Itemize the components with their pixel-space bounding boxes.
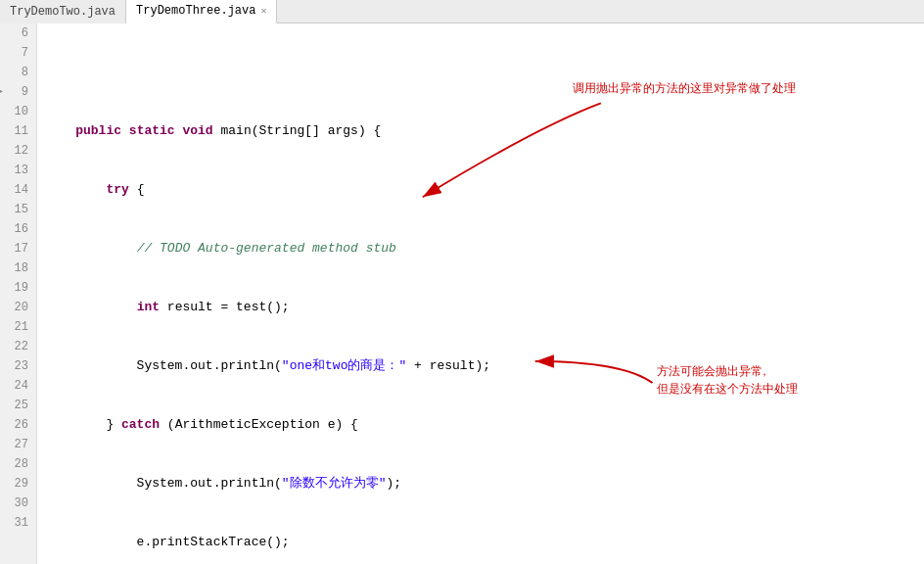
code-line-9: // TODO Auto-generated method stub (45, 239, 924, 258)
line-num-23: 23 (8, 356, 28, 376)
line-num-14: 14 (8, 180, 28, 200)
code-line-12: } catch (ArithmeticException e) { (45, 415, 924, 435)
line-num-22: 22 (8, 337, 28, 356)
line-num-15: 15 (8, 200, 28, 219)
line-num-25: 25 (8, 396, 28, 415)
line-num-18: 18 (8, 258, 28, 278)
line-num-26: 26 (8, 415, 28, 435)
line-num-21: 21 (8, 317, 28, 337)
close-icon[interactable]: ✕ (260, 5, 266, 17)
code-line-10: int result = test(); (45, 298, 924, 317)
line-num-29: 29 (8, 474, 28, 494)
line-num-8: 8 (8, 63, 28, 82)
code-line-11: System.out.println("one和two的商是：" + resul… (45, 356, 924, 376)
line-num-13: 13 (8, 161, 28, 180)
code-line-8: try { (45, 180, 924, 200)
code-line-7: public static void main(String[] args) { (45, 121, 924, 141)
tab-label-two: TryDemoTwo.java (10, 5, 116, 19)
line-num-31: 31 (8, 513, 28, 533)
tab-label-three: TryDemoThree.java (136, 4, 255, 18)
line-num-24: 24 (8, 376, 28, 396)
code-area: 6 7 8 9 10 11 12 13 14 15 16 17 18 19 20… (0, 24, 924, 564)
line-num-7: 7 (8, 43, 28, 63)
line-num-30: 30 (8, 494, 28, 513)
line-numbers: 6 7 8 9 10 11 12 13 14 15 16 17 18 19 20… (0, 24, 37, 564)
line-num-27: 27 (8, 435, 28, 454)
tab-trydemo-three[interactable]: TryDemoThree.java ✕ (126, 0, 277, 24)
line-num-16: 16 (8, 219, 28, 239)
code-line-14: e.printStackTrace(); (45, 533, 924, 552)
code-line-6 (45, 63, 924, 82)
line-num-28: 28 (8, 454, 28, 474)
editor-container: TryDemoTwo.java TryDemoThree.java ✕ 6 7 … (0, 0, 924, 564)
tab-trydemo-two[interactable]: TryDemoTwo.java (0, 0, 126, 24)
line-num-17: 17 (8, 239, 28, 258)
line-num-6: 6 (8, 24, 28, 43)
code-line-13: System.out.println("除数不允许为零"); (45, 474, 924, 494)
line-num-19: 19 (8, 278, 28, 298)
line-num-20: 20 (8, 298, 28, 317)
tab-bar: TryDemoTwo.java TryDemoThree.java ✕ (0, 0, 924, 24)
line-num-11: 11 (8, 121, 28, 141)
line-num-9: 9 (8, 82, 28, 102)
line-num-10: 10 (8, 102, 28, 121)
code-content[interactable]: public static void main(String[] args) {… (37, 24, 924, 564)
line-num-12: 12 (8, 141, 28, 161)
